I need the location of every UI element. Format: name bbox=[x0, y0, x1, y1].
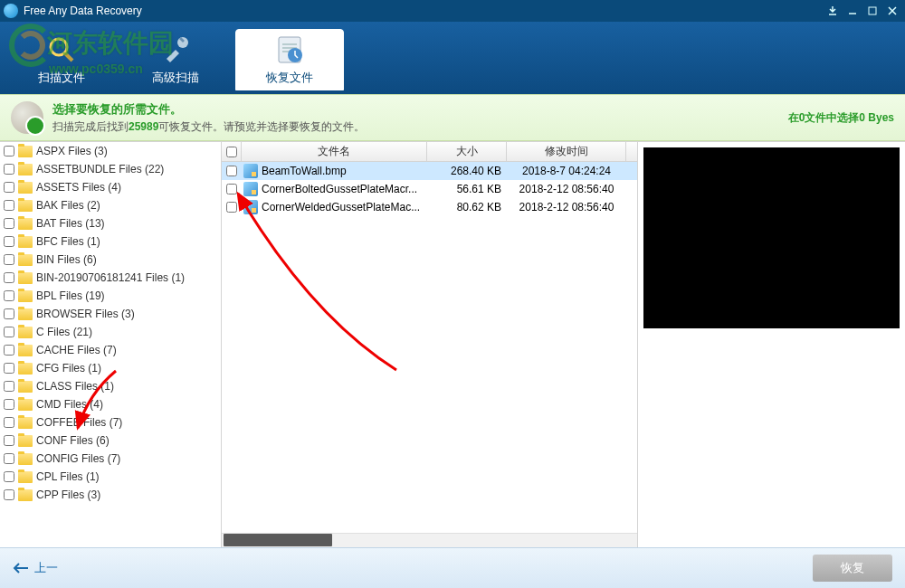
tree-item[interactable]: BPL Files (19) bbox=[0, 287, 221, 305]
selection-summary: 在0文件中选择0 Byes bbox=[788, 110, 894, 126]
select-all-checkbox[interactable] bbox=[222, 142, 242, 161]
h-scrollbar[interactable] bbox=[222, 533, 637, 547]
tree-checkbox[interactable] bbox=[4, 363, 14, 374]
col-size[interactable]: 大小 bbox=[427, 142, 507, 161]
folder-icon bbox=[18, 290, 33, 302]
tree-checkbox[interactable] bbox=[4, 417, 14, 428]
tree-label: BIN Files (6) bbox=[36, 253, 97, 266]
tree-label: CPP Files (3) bbox=[36, 488, 100, 501]
tree-label: ASPX Files (3) bbox=[36, 145, 108, 157]
file-checkbox[interactable] bbox=[226, 202, 237, 213]
tree-label: BIN-20190706181241 Files (1) bbox=[36, 271, 185, 284]
file-size: 56.61 KB bbox=[427, 183, 507, 195]
tree-checkbox[interactable] bbox=[4, 290, 14, 301]
tree-label: BAT Files (13) bbox=[36, 217, 105, 230]
tree-checkbox[interactable] bbox=[4, 272, 14, 283]
preview-pane bbox=[638, 142, 905, 547]
tree-item[interactable]: CLASS Files (1) bbox=[0, 377, 221, 395]
prev-button[interactable]: 上一 bbox=[13, 560, 58, 576]
tree-checkbox[interactable] bbox=[4, 254, 14, 265]
file-row[interactable]: CornerWeldedGussetPlateMac...80.62 KB201… bbox=[222, 198, 637, 216]
tree-label: CLASS Files (1) bbox=[36, 380, 114, 393]
recover-button[interactable]: 恢复 bbox=[813, 555, 892, 582]
file-name: BeamToWall.bmp bbox=[262, 165, 347, 177]
tree-label: CONF Files (6) bbox=[36, 434, 110, 447]
tree-item[interactable]: BROWSER Files (3) bbox=[0, 305, 221, 323]
file-date: 2018-2-12 08:56:40 bbox=[507, 183, 626, 195]
file-list-pane: 文件名 大小 修改时间 BeamToWall.bmp268.40 KB2018-… bbox=[222, 142, 638, 547]
tree-item[interactable]: BFC Files (1) bbox=[0, 232, 221, 251]
tree-item[interactable]: BIN-20190706181241 Files (1) bbox=[0, 269, 221, 287]
col-date[interactable]: 修改时间 bbox=[507, 142, 626, 161]
tree-item[interactable]: BAT Files (13) bbox=[0, 214, 221, 232]
tree-checkbox[interactable] bbox=[4, 471, 14, 482]
image-file-icon bbox=[243, 182, 258, 196]
tree-item[interactable]: CMD Files (4) bbox=[0, 395, 221, 413]
toolbar: 河东软件园 www.pc0359.cn 扫描文件 高级扫描 恢复文件 bbox=[0, 22, 905, 94]
tree-checkbox[interactable] bbox=[4, 164, 14, 175]
maximize-button[interactable] bbox=[863, 4, 881, 18]
tree-label: ASSETS Files (4) bbox=[36, 181, 121, 194]
folder-icon bbox=[18, 146, 33, 157]
file-recover-icon bbox=[273, 33, 306, 66]
tree-item[interactable]: CACHE Files (7) bbox=[0, 341, 221, 359]
file-name: CornerBoltedGussetPlateMacr... bbox=[262, 183, 417, 195]
folder-icon bbox=[18, 471, 33, 483]
tree-checkbox[interactable] bbox=[4, 435, 14, 446]
tree-item[interactable]: C Files (21) bbox=[0, 323, 221, 341]
tree-checkbox[interactable] bbox=[4, 345, 14, 356]
folder-icon bbox=[18, 381, 33, 393]
type-tree[interactable]: ASPX Files (3)ASSETBUNDLE Files (22)ASSE… bbox=[0, 142, 222, 547]
file-checkbox[interactable] bbox=[226, 184, 237, 194]
download-icon[interactable] bbox=[824, 4, 842, 18]
tree-item[interactable]: ASSETBUNDLE Files (22) bbox=[0, 160, 221, 178]
watermark: 河东软件园 www.pc0359.cn bbox=[9, 24, 174, 76]
folder-icon bbox=[18, 236, 33, 248]
tree-checkbox[interactable] bbox=[4, 453, 14, 464]
tab-recover-files[interactable]: 恢复文件 bbox=[235, 29, 344, 90]
folder-icon bbox=[18, 327, 33, 338]
tree-checkbox[interactable] bbox=[4, 308, 14, 319]
tree-checkbox[interactable] bbox=[4, 200, 14, 211]
tree-label: COFFEE Files (7) bbox=[36, 416, 122, 429]
tree-checkbox[interactable] bbox=[4, 399, 14, 410]
tree-checkbox[interactable] bbox=[4, 489, 14, 500]
tree-checkbox[interactable] bbox=[4, 381, 14, 392]
minimize-button[interactable] bbox=[843, 4, 862, 18]
tree-checkbox[interactable] bbox=[4, 218, 14, 229]
tree-checkbox[interactable] bbox=[4, 327, 14, 337]
tree-item[interactable]: ASSETS Files (4) bbox=[0, 178, 221, 196]
file-checkbox[interactable] bbox=[226, 166, 237, 176]
file-date: 2018-2-12 08:56:40 bbox=[507, 201, 626, 213]
tree-checkbox[interactable] bbox=[4, 146, 14, 156]
file-row[interactable]: BeamToWall.bmp268.40 KB2018-8-7 04:24:24 bbox=[222, 162, 637, 180]
image-file-icon bbox=[243, 164, 258, 178]
file-list[interactable]: BeamToWall.bmp268.40 KB2018-8-7 04:24:24… bbox=[222, 162, 637, 216]
arrow-left-icon bbox=[13, 563, 29, 574]
tree-item[interactable]: CONF Files (6) bbox=[0, 432, 221, 450]
tree-item[interactable]: CPP Files (3) bbox=[0, 486, 221, 504]
tree-item[interactable]: ASPX Files (3) bbox=[0, 142, 221, 160]
tree-item[interactable]: COFFEE Files (7) bbox=[0, 413, 221, 432]
close-button[interactable] bbox=[883, 4, 901, 18]
tree-item[interactable]: CONFIG Files (7) bbox=[0, 450, 221, 468]
folder-icon bbox=[18, 345, 33, 356]
main-area: ASPX Files (3)ASSETBUNDLE Files (22)ASSE… bbox=[0, 141, 905, 547]
tree-checkbox[interactable] bbox=[4, 236, 14, 247]
status-heading: 选择要恢复的所需文件。 bbox=[52, 101, 365, 118]
footer-bar: 上一 恢复 bbox=[0, 547, 905, 588]
file-row[interactable]: CornerBoltedGussetPlateMacr...56.61 KB20… bbox=[222, 180, 637, 198]
tree-item[interactable]: BIN Files (6) bbox=[0, 251, 221, 269]
file-name: CornerWeldedGussetPlateMac... bbox=[262, 201, 420, 213]
col-name[interactable]: 文件名 bbox=[242, 142, 427, 161]
app-title: Free Any Data Recovery bbox=[24, 5, 822, 17]
column-header: 文件名 大小 修改时间 bbox=[222, 142, 637, 162]
app-icon bbox=[4, 4, 18, 18]
tree-checkbox[interactable] bbox=[4, 182, 14, 193]
tree-item[interactable]: CPL Files (1) bbox=[0, 468, 221, 486]
tree-item[interactable]: BAK Files (2) bbox=[0, 196, 221, 214]
folder-icon bbox=[18, 272, 33, 284]
tree-item[interactable]: CFG Files (1) bbox=[0, 359, 221, 377]
folder-icon bbox=[18, 308, 33, 320]
tree-label: C Files (21) bbox=[36, 326, 92, 338]
